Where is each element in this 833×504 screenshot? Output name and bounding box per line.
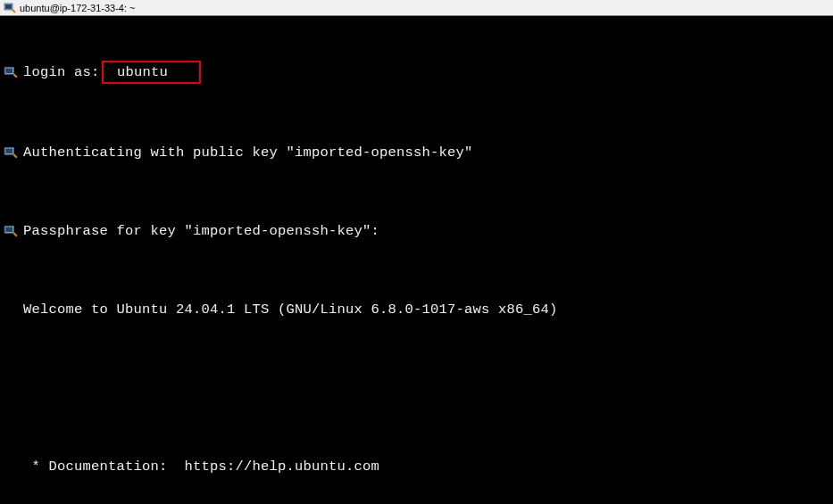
svg-rect-1 (5, 4, 12, 9)
putty-row-icon (4, 145, 18, 160)
passphrase-line: Passphrase for key "imported-openssh-key… (4, 221, 829, 241)
blank-line (4, 378, 829, 398)
auth-line: Authenticating with public key "imported… (4, 143, 829, 162)
login-user: ubuntu (109, 64, 194, 80)
auth-text: Authenticating with public key "imported… (23, 143, 473, 162)
documentation-text: * Documentation: https://help.ubuntu.com (23, 457, 379, 476)
passphrase-text: Passphrase for key "imported-openssh-key… (23, 221, 379, 241)
welcome-line: Welcome to Ubuntu 24.04.1 LTS (GNU/Linux… (4, 300, 829, 319)
putty-row-icon (4, 65, 18, 79)
svg-rect-7 (5, 148, 12, 153)
svg-rect-4 (5, 68, 12, 73)
login-line: login as: ubuntu (4, 61, 829, 84)
putty-icon (4, 2, 16, 14)
login-label: login as: (23, 62, 100, 82)
svg-line-5 (13, 74, 16, 77)
svg-line-11 (13, 233, 16, 235)
svg-line-2 (12, 10, 15, 12)
putty-row-icon (4, 224, 18, 238)
terminal-area[interactable]: login as: ubuntu Authenticating with pub… (0, 16, 833, 504)
documentation-line: * Documentation: https://help.ubuntu.com (4, 457, 829, 476)
welcome-text: Welcome to Ubuntu 24.04.1 LTS (GNU/Linux… (23, 300, 558, 319)
svg-line-8 (13, 154, 16, 157)
login-user-highlight: ubuntu (102, 61, 201, 84)
window-title: ubuntu@ip-172-31-33-4: ~ (20, 3, 136, 13)
svg-rect-10 (5, 227, 12, 232)
window-title-bar: ubuntu@ip-172-31-33-4: ~ (0, 0, 833, 16)
